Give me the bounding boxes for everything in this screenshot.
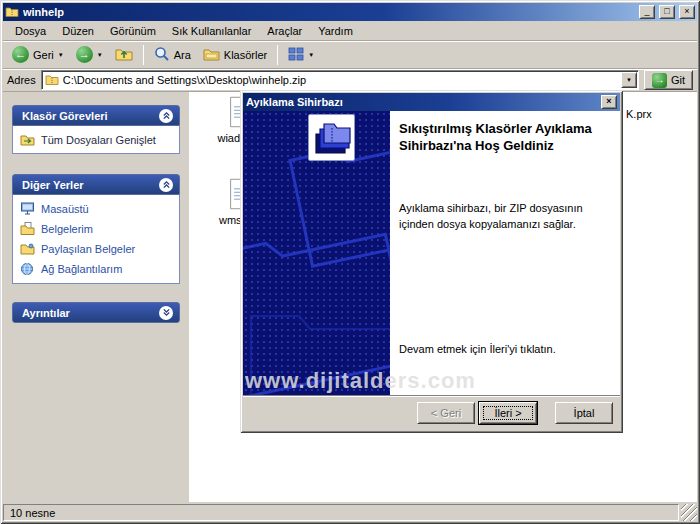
other-places-box: Diğer Yerler Masaüstü — [12, 174, 180, 284]
chevron-up-icon[interactable] — [159, 178, 173, 192]
compressed-folders-icon — [308, 114, 355, 161]
menu-item-dosya[interactable]: Dosya — [7, 22, 54, 40]
views-icon — [288, 47, 304, 63]
sidebar-item-network-places[interactable]: Ağ Bağlantılarım — [19, 262, 173, 276]
wizard-hint-text: Devam etmek için İleri'yi tıklatın. — [399, 343, 601, 355]
sidebar-item-label: Masaüstü — [41, 203, 89, 215]
sidebar-item-shared-documents[interactable]: Paylaşılan Belgeler — [19, 242, 173, 255]
address-dropdown-button[interactable]: ▼ — [621, 72, 637, 88]
sidebar-item-label: Tüm Dosyaları Genişlet — [41, 134, 156, 146]
window-title: winhelp — [23, 6, 635, 18]
forward-icon: → — [76, 46, 93, 63]
dialog-title: Ayıklama Sihirbazı — [246, 96, 597, 108]
menu-item-duzen[interactable]: Düzen — [54, 22, 102, 40]
search-label: Ara — [174, 49, 191, 61]
my-documents-icon — [19, 222, 35, 235]
chevron-down-icon[interactable] — [159, 306, 173, 320]
address-bar: Adres ▼ → Git — [3, 69, 697, 92]
other-places-title: Diğer Yerler — [22, 179, 84, 191]
toolbar-separator — [143, 45, 144, 65]
address-zip-folder-icon — [45, 73, 59, 87]
address-label: Adres — [7, 74, 36, 86]
forward-dropdown-icon: ▼ — [97, 52, 103, 58]
wizard-button-strip: < Geri İleri > İptal — [243, 395, 620, 430]
folders-label: Klasörler — [224, 49, 267, 61]
menu-item-yardim[interactable]: Yardım — [310, 22, 361, 40]
forward-button[interactable]: → ▼ — [71, 43, 108, 67]
folder-tasks-header[interactable]: Klasör Görevleri — [12, 105, 180, 126]
back-label: Geri — [33, 49, 54, 61]
details-header[interactable]: Ayrıntılar — [12, 302, 180, 323]
search-icon — [154, 46, 170, 64]
back-icon: ← — [12, 46, 29, 63]
sidebar-item-desktop[interactable]: Masaüstü — [19, 202, 173, 215]
wizard-heading: Sıkıştırılmış Klasörler Ayıklama Sihirba… — [399, 121, 608, 155]
search-button[interactable]: Ara — [149, 43, 196, 67]
task-pane-sidebar: Klasör Görevleri Tüm Dosyaları Genişlet — [3, 92, 189, 502]
menu-item-sik-kullanilanlar[interactable]: Sık Kullanılanlar — [164, 22, 260, 40]
sidebar-item-label: Paylaşılan Belgeler — [41, 243, 135, 255]
partial-file-label[interactable]: K.prx — [626, 108, 652, 120]
close-button[interactable]: × — [679, 5, 695, 19]
details-title: Ayrıntılar — [22, 307, 70, 319]
go-label: Git — [671, 74, 685, 86]
sidebar-item-label: Belgelerim — [41, 223, 93, 235]
go-button[interactable]: → Git — [644, 70, 693, 90]
folders-icon — [203, 47, 220, 63]
zip-folder-icon — [5, 5, 19, 19]
shared-documents-icon — [19, 242, 35, 255]
wizard-next-button[interactable]: İleri > — [479, 402, 537, 424]
wizard-back-button[interactable]: < Geri — [417, 402, 475, 424]
status-object-count: 10 nesne — [10, 507, 55, 519]
wizard-page: Sıkıştırılmış Klasörler Ayıklama Sihirba… — [243, 111, 620, 430]
menu-bar: Dosya Düzen Görünüm Sık Kullanılanlar Ar… — [3, 21, 697, 41]
other-places-body: Masaüstü Belgelerim Paylaşılan Belgeler — [12, 195, 180, 284]
menu-item-araclar[interactable]: Araçlar — [259, 22, 310, 40]
toolbar: ← Geri ▼ → ▼ Ara Klasörler — [3, 41, 697, 69]
back-dropdown-icon: ▼ — [58, 52, 64, 58]
up-button[interactable] — [110, 43, 138, 67]
menu-item-gorunum[interactable]: Görünüm — [102, 22, 164, 40]
maximize-button[interactable]: □ — [659, 5, 675, 19]
folder-tasks-title: Klasör Görevleri — [22, 110, 108, 122]
sidebar-item-label: Ağ Bağlantılarım — [41, 263, 122, 275]
folders-button[interactable]: Klasörler — [198, 43, 272, 67]
resize-grip[interactable] — [681, 504, 697, 521]
title-bar[interactable]: winhelp _ □ × — [3, 3, 697, 21]
dialog-title-bar[interactable]: Ayıklama Sihirbazı × — [243, 93, 620, 111]
minimize-button[interactable]: _ — [639, 5, 655, 19]
views-button[interactable]: ▼ — [283, 43, 319, 67]
up-folder-icon — [115, 46, 133, 63]
address-input[interactable] — [63, 72, 617, 88]
other-places-header[interactable]: Diğer Yerler — [12, 174, 180, 195]
address-field: ▼ — [41, 70, 639, 90]
desktop-icon — [19, 202, 35, 215]
wizard-body-text: Ayıklama sihirbazı, bir ZIP dosyasının i… — [399, 201, 601, 233]
status-bar: 10 nesne — [3, 502, 697, 521]
folder-tasks-body: Tüm Dosyaları Genişlet — [12, 126, 180, 154]
go-icon: → — [652, 73, 667, 88]
back-button[interactable]: ← Geri ▼ — [7, 43, 69, 67]
sidebar-item-my-documents[interactable]: Belgelerim — [19, 222, 173, 235]
extraction-wizard-dialog: Ayıklama Sihirbazı × — [240, 90, 623, 433]
network-globe-icon — [19, 262, 35, 276]
explorer-window: winhelp _ □ × Dosya Düzen Görünüm Sık Ku… — [0, 0, 700, 524]
toolbar-separator — [277, 45, 278, 65]
extract-folder-icon — [19, 133, 35, 146]
status-panel: 10 nesne — [3, 504, 679, 521]
details-box: Ayrıntılar — [12, 302, 180, 323]
wizard-cancel-button[interactable]: İptal — [555, 402, 613, 424]
folder-tasks-box: Klasör Görevleri Tüm Dosyaları Genişlet — [12, 105, 180, 154]
sidebar-item-extract-all[interactable]: Tüm Dosyaları Genişlet — [19, 133, 173, 146]
dialog-close-button[interactable]: × — [601, 95, 617, 109]
views-dropdown-icon: ▼ — [308, 52, 314, 58]
chevron-up-icon[interactable] — [159, 109, 173, 123]
